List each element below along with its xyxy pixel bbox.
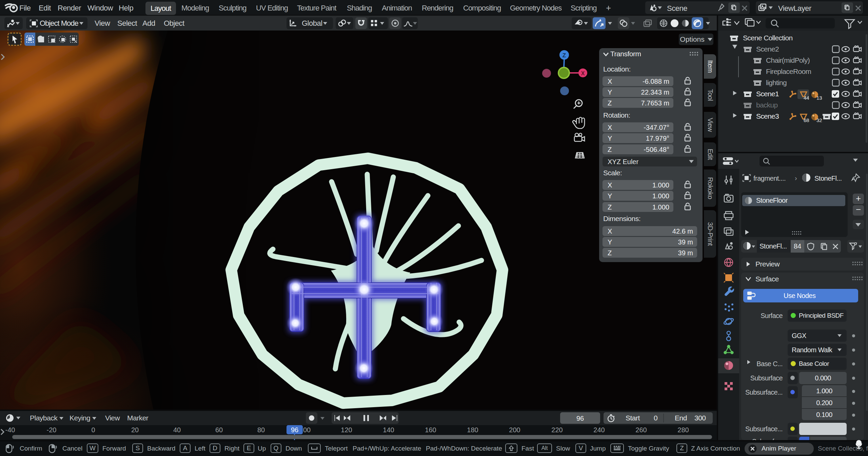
svg-text:Z: Z <box>563 52 566 59</box>
svg-text:X: X <box>581 71 585 76</box>
